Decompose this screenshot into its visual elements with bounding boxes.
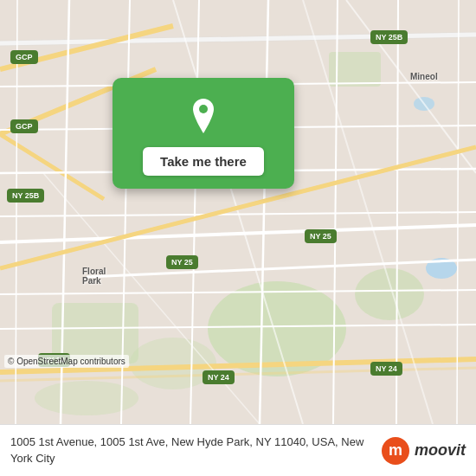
map-container: NY 25B NY 25B NY 25 NY 25 NY 24 NY 24 NY… [0,0,476,424]
svg-point-2 [355,268,424,320]
take-me-there-button[interactable]: Take me there [143,147,264,176]
road-badge-ny24-bot2: NY 24 [203,370,235,384]
road-badge-ny25-mid: NY 25 [305,229,337,243]
mineola-label: Mineol [410,72,438,81]
bottom-bar: 1005 1st Avenue, 1005 1st Ave, New Hyde … [0,424,476,476]
osm-attribution: © OpenStreetMap contributors [4,355,129,368]
address-text: 1005 1st Avenue, 1005 1st Ave, New Hyde … [10,434,373,466]
road-badge-ny25b-top: NY 25B [370,30,408,44]
svg-point-38 [199,105,208,113]
moovit-logo: m moovit [382,437,466,465]
location-card: Take me there [113,78,294,189]
location-pin-icon [183,95,224,137]
road-badge-ny24-bot3: NY 24 [370,362,402,376]
svg-point-6 [35,381,138,415]
moovit-icon: m [382,437,409,465]
moovit-brand-text: moovit [415,441,466,460]
road-badge-gcp-top: GCP [10,50,38,64]
road-badge-ny25-bot: NY 25 [166,255,198,269]
floral-park-label: Floral Park [82,267,106,286]
road-badge-ny25b-left: NY 25B [7,189,44,203]
road-badge-gcp-mid: GCP [10,119,38,133]
